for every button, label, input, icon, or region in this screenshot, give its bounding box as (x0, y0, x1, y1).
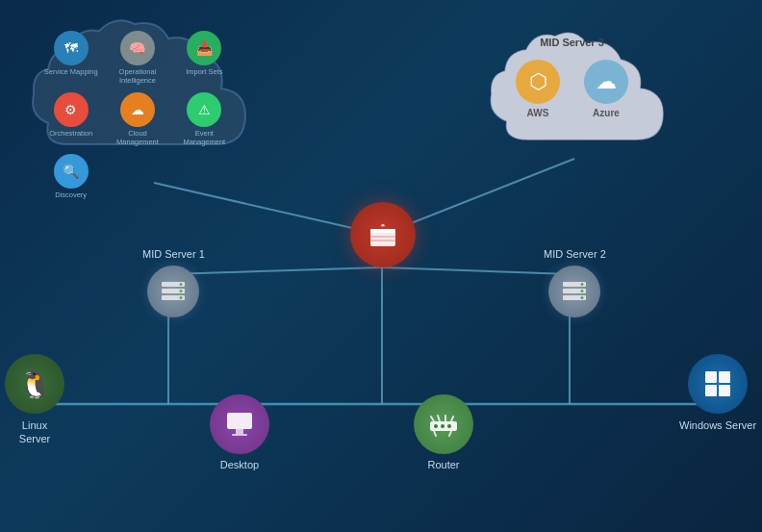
operational-intelligence-icon-item: 🧠 Operational Intelligence (108, 31, 166, 85)
service-mapping-icon-item: 🗺 Service Mapping (41, 31, 100, 85)
svg-line-43 (449, 431, 451, 436)
svg-rect-30 (719, 385, 730, 396)
svg-rect-31 (227, 413, 252, 429)
mid3-cloud: MID Server 3 ⬡ AWS ☁ Azure (478, 19, 666, 178)
aws-icon: ⬡ (516, 60, 560, 104)
orchestration-icon: ⚙ (54, 92, 89, 127)
aws-icon-item: ⬡ AWS (516, 60, 560, 118)
azure-label: Azure (593, 108, 620, 118)
svg-point-26 (581, 296, 584, 299)
svg-rect-33 (232, 434, 247, 436)
router-icon (426, 410, 461, 439)
mid2-node: MID Server 2 (544, 248, 606, 317)
cloud-management-label: Cloud Management (108, 129, 166, 146)
import-sets-icon: 📥 (187, 31, 221, 65)
svg-line-41 (451, 417, 453, 421)
service-mapping-label: Service Mapping (44, 67, 98, 76)
operational-intelligence-icon: 🧠 (120, 31, 155, 65)
desktop-node: Desktop (210, 394, 269, 470)
svg-point-18 (180, 283, 183, 286)
orchestration-icon-item: ⚙ Orchestration (41, 92, 100, 146)
event-management-label: Event Management (175, 129, 234, 146)
svg-rect-29 (705, 385, 717, 396)
router-label: Router (427, 459, 459, 470)
linux-circle: 🐧 (5, 354, 64, 414)
svg-point-36 (441, 424, 444, 428)
windows-node: Windows Server (679, 354, 756, 432)
svg-line-38 (431, 417, 434, 421)
discovery-icon-item: 🔍 Discovery (41, 154, 100, 199)
svg-line-42 (434, 431, 436, 436)
cloud-management-icon-item: ☁ Cloud Management (108, 92, 166, 146)
mid2-server-icon (559, 276, 590, 307)
mid1-label: MID Server 1 (142, 248, 205, 260)
aws-label: AWS (527, 108, 549, 118)
svg-rect-32 (236, 429, 243, 434)
windows-label: Windows Server (679, 418, 756, 432)
svg-line-39 (438, 416, 440, 421)
desktop-label: Desktop (220, 459, 259, 470)
svg-point-19 (180, 290, 183, 292)
servicenow-cloud: 🗺 Service Mapping 🧠 Operational Intellig… (24, 10, 255, 192)
mid2-label: MID Server 2 (544, 248, 606, 260)
svg-point-20 (180, 296, 183, 299)
azure-icon: ☁ (584, 60, 628, 104)
svg-point-24 (581, 283, 584, 286)
mid2-circle (548, 266, 600, 317)
linux-icon: 🐧 (18, 368, 52, 400)
desktop-circle (210, 394, 269, 454)
azure-icon-item: ☁ Azure (584, 60, 628, 118)
router-circle (414, 394, 473, 454)
router-node: Router (414, 394, 473, 470)
operational-intelligence-label: Operational Intelligence (108, 67, 166, 85)
windows-circle (688, 354, 748, 414)
mid1-circle (147, 266, 199, 317)
event-management-icon: ⚠ (187, 92, 221, 127)
firewall-node (350, 202, 416, 267)
firewall-icon (366, 217, 400, 252)
mid1-server-icon (158, 276, 189, 307)
event-management-icon-item: ⚠ Event Management (175, 92, 234, 146)
mid1-node: MID Server 1 (142, 248, 205, 317)
svg-rect-27 (705, 371, 717, 383)
discovery-label: Discovery (55, 190, 87, 199)
linux-label: LinuxServer (19, 418, 50, 446)
svg-point-25 (581, 290, 584, 292)
import-sets-icon-item: 📥 Import Sets (175, 31, 234, 85)
service-mapping-icon: 🗺 (54, 31, 89, 65)
cloud-management-icon: ☁ (120, 92, 155, 127)
discovery-icon: 🔍 (54, 154, 89, 189)
svg-point-35 (434, 424, 438, 428)
svg-rect-11 (370, 229, 395, 233)
svg-rect-28 (719, 371, 730, 383)
svg-point-37 (447, 424, 451, 428)
firewall-circle (350, 202, 416, 267)
orchestration-label: Orchestration (49, 129, 92, 138)
mid3-cloud-label: MID Server 3 (540, 37, 604, 48)
linux-node: 🐧 LinuxServer (5, 354, 64, 446)
import-sets-label: Import Sets (186, 67, 222, 76)
svg-line-6 (382, 267, 570, 274)
desktop-icon (223, 408, 256, 441)
windows-icon (701, 367, 734, 400)
